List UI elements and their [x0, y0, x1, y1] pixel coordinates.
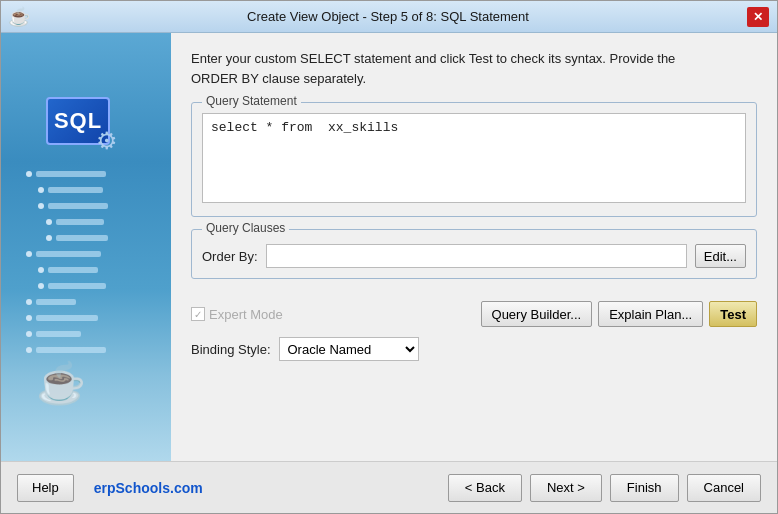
order-by-row: Order By: Edit...	[202, 244, 746, 268]
footer-left: Help erpSchools.com	[17, 474, 203, 502]
binding-style-select[interactable]: Oracle Named Oracle Positional JDBC	[279, 337, 419, 361]
query-statement-title: Query Statement	[202, 94, 301, 108]
app-icon: ☕	[9, 7, 29, 27]
right-panel: Enter your custom SELECT statement and c…	[171, 33, 777, 461]
explain-plan-button[interactable]: Explain Plan...	[598, 301, 703, 327]
binding-style-label: Binding Style:	[191, 342, 271, 357]
tree-lines	[26, 167, 146, 359]
query-statement-group: Query Statement	[191, 102, 757, 217]
binding-style-row: Binding Style: Oracle Named Oracle Posit…	[191, 337, 757, 361]
gear-icon: ⚙	[96, 127, 118, 155]
action-buttons: Query Builder... Explain Plan... Test	[481, 301, 757, 327]
footer: Help erpSchools.com < Back Next > Finish…	[1, 461, 777, 513]
next-button[interactable]: Next >	[530, 474, 602, 502]
order-by-input[interactable]	[266, 244, 687, 268]
cancel-button[interactable]: Cancel	[687, 474, 761, 502]
main-window: ☕ Create View Object - Step 5 of 8: SQL …	[0, 0, 778, 514]
back-button[interactable]: < Back	[448, 474, 522, 502]
query-clauses-box: Order By: Edit...	[192, 230, 756, 278]
query-statement-box	[192, 103, 756, 216]
expert-mode-left: ✓ Expert Mode	[191, 307, 283, 322]
finish-button[interactable]: Finish	[610, 474, 679, 502]
footer-right: < Back Next > Finish Cancel	[448, 474, 761, 502]
left-panel-image: SQL ⚙ ☕	[16, 77, 156, 417]
help-button[interactable]: Help	[17, 474, 74, 502]
title-bar: ☕ Create View Object - Step 5 of 8: SQL …	[1, 1, 777, 33]
coffee-cup-icon: ☕	[36, 360, 86, 407]
query-clauses-group: Query Clauses Order By: Edit...	[191, 229, 757, 279]
instructions: Enter your custom SELECT statement and c…	[191, 49, 757, 88]
test-button[interactable]: Test	[709, 301, 757, 327]
instruction-line2: ORDER BY clause separately.	[191, 71, 366, 86]
sql-textarea[interactable]	[202, 113, 746, 203]
expert-mode-row: ✓ Expert Mode Query Builder... Explain P…	[191, 301, 757, 327]
order-by-label: Order By:	[202, 249, 258, 264]
expert-mode-label: Expert Mode	[209, 307, 283, 322]
window-title: Create View Object - Step 5 of 8: SQL St…	[29, 9, 747, 24]
window-body: SQL ⚙ ☕	[1, 33, 777, 461]
close-button[interactable]: ✕	[747, 7, 769, 27]
query-builder-button[interactable]: Query Builder...	[481, 301, 593, 327]
edit-button[interactable]: Edit...	[695, 244, 746, 268]
instruction-line1: Enter your custom SELECT statement and c…	[191, 51, 675, 66]
left-panel: SQL ⚙ ☕	[1, 33, 171, 461]
erp-link[interactable]: erpSchools.com	[94, 480, 203, 496]
expert-mode-checkbox: ✓	[191, 307, 205, 321]
query-clauses-title: Query Clauses	[202, 221, 289, 235]
